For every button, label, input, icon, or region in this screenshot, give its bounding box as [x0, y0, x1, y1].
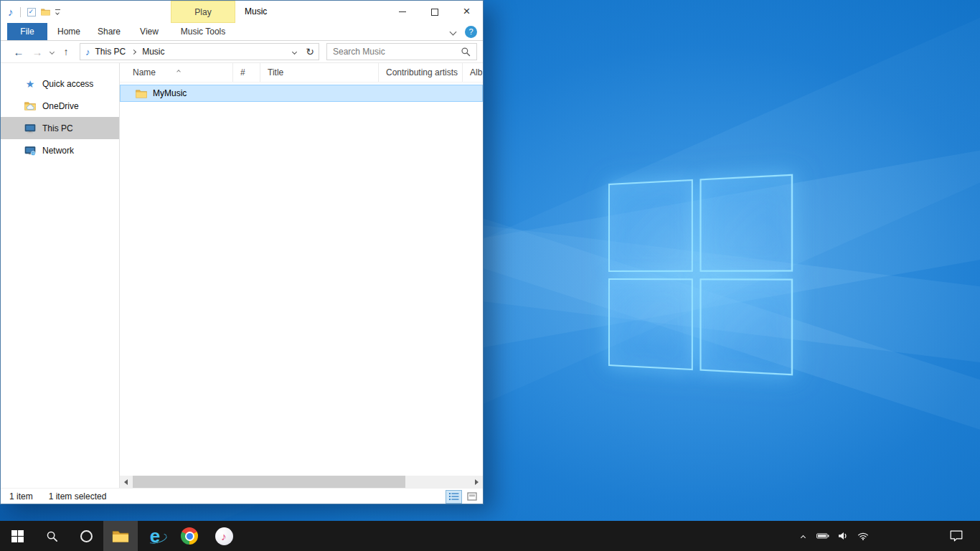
titlebar[interactable]: Play Music	[1, 1, 483, 23]
music-note-icon	[8, 6, 14, 18]
chrome-icon[interactable]	[172, 521, 207, 551]
ie-e-glyph: e	[150, 527, 160, 545]
windows-logo-pane	[608, 278, 692, 371]
taskbar-search-icon[interactable]	[34, 521, 69, 551]
taskbar: e	[0, 521, 980, 551]
column-header-number[interactable]: #	[233, 63, 260, 82]
sidebar-item-onedrive[interactable]: OneDrive	[1, 95, 119, 117]
tab-music-tools[interactable]: Music Tools	[171, 23, 235, 40]
scrollbar-thumb[interactable]	[133, 476, 405, 488]
back-button[interactable]	[9, 43, 28, 60]
file-list-area: Name # Title Contributing artists Alb My…	[120, 63, 483, 488]
ribbon-tab-row: File Home Share View Music Tools ?	[1, 23, 483, 41]
navigation-pane: Quick access OneDrive This PC Network	[1, 63, 120, 488]
itunes-logo	[215, 527, 233, 545]
close-button[interactable]	[451, 1, 483, 23]
itunes-icon[interactable]	[207, 521, 241, 551]
breadcrumb-music[interactable]: Music	[140, 47, 166, 57]
column-header-title[interactable]: Title	[260, 63, 379, 82]
address-dropdown-chevron-icon[interactable]	[287, 44, 301, 60]
battery-icon[interactable]	[816, 532, 829, 540]
onedrive-icon	[24, 100, 36, 111]
show-hidden-icons-chevron-icon[interactable]	[796, 534, 809, 538]
column-header-name[interactable]: Name	[120, 63, 233, 82]
tab-home[interactable]: Home	[50, 23, 88, 40]
large-icons-view-icon[interactable]	[463, 490, 480, 504]
tab-view[interactable]: View	[131, 23, 168, 40]
help-button[interactable]: ?	[465, 26, 477, 38]
column-header-album[interactable]: Alb	[463, 63, 483, 82]
windows-logo-pane	[699, 278, 793, 376]
start-button[interactable]	[0, 521, 34, 551]
collapse-ribbon-chevron-icon[interactable]	[451, 29, 456, 34]
chrome-logo	[181, 527, 198, 545]
recent-locations-chevron-icon[interactable]	[47, 43, 57, 60]
taskbar-file-explorer-icon[interactable]	[103, 521, 138, 551]
maximize-button[interactable]	[418, 1, 451, 23]
address-toolbar: This PC Music	[1, 41, 483, 63]
minimize-button[interactable]	[386, 1, 418, 23]
file-name: MyMusic	[153, 88, 187, 98]
folder-icon	[136, 89, 147, 98]
scroll-left-icon[interactable]	[120, 476, 132, 488]
minimize-icon	[399, 11, 406, 12]
up-button[interactable]	[57, 43, 75, 60]
internet-explorer-icon[interactable]: e	[138, 521, 172, 551]
caption-buttons	[386, 1, 483, 23]
sidebar-item-quick-access[interactable]: Quick access	[1, 72, 119, 95]
qat-customize-chevron-icon[interactable]	[55, 9, 60, 14]
windows-logo-pane	[699, 174, 793, 272]
qat-properties-icon[interactable]	[27, 8, 36, 17]
windows-logo	[608, 174, 793, 376]
quick-access-toolbar	[8, 1, 60, 23]
wifi-icon[interactable]	[857, 532, 870, 540]
network-icon	[24, 145, 36, 156]
forward-button[interactable]	[28, 43, 47, 60]
breadcrumb-chevron-icon[interactable]	[132, 46, 136, 56]
view-toggle-buttons	[446, 489, 480, 504]
address-music-note-icon	[85, 47, 90, 57]
action-center-icon[interactable]	[942, 521, 971, 551]
search-icon[interactable]	[461, 47, 471, 57]
sidebar-item-label: Network	[42, 146, 74, 156]
divider	[20, 7, 21, 17]
explorer-window: Play Music File Home Share View Music To…	[0, 0, 484, 504]
sidebar-item-network[interactable]: Network	[1, 139, 119, 161]
windows-logo-pane	[608, 179, 692, 272]
sort-ascending-icon	[177, 65, 180, 75]
details-view-icon[interactable]	[446, 490, 462, 504]
main-content: Quick access OneDrive This PC Network	[1, 63, 483, 488]
sidebar-item-this-pc[interactable]: This PC	[1, 117, 119, 139]
horizontal-scrollbar[interactable]	[120, 476, 483, 488]
window-title: Music	[245, 1, 267, 23]
close-icon	[463, 7, 471, 17]
scroll-right-icon[interactable]	[471, 476, 483, 488]
maximize-icon	[431, 9, 438, 16]
column-header-contributing-artists[interactable]: Contributing artists	[379, 63, 463, 82]
cortana-icon[interactable]	[69, 521, 103, 551]
qat-new-folder-icon[interactable]	[41, 8, 50, 16]
scrollbar-track[interactable]	[132, 476, 471, 488]
search-box	[326, 43, 477, 60]
star-icon	[24, 78, 36, 89]
item-count: 1 item	[9, 491, 33, 501]
status-bar: 1 item 1 item selected	[1, 488, 483, 504]
sidebar-item-label: OneDrive	[42, 101, 79, 111]
breadcrumb-this-pc[interactable]: This PC	[93, 47, 128, 57]
cortana-ring	[80, 530, 93, 542]
selection-count: 1 item selected	[49, 491, 107, 501]
system-tray	[796, 521, 870, 551]
contextual-tab-header[interactable]: Play	[171, 1, 235, 23]
monitor-icon	[24, 123, 36, 133]
refresh-icon[interactable]	[301, 44, 319, 60]
sidebar-item-label: Quick access	[42, 79, 93, 89]
sidebar-item-label: This PC	[42, 123, 73, 133]
volume-icon[interactable]	[837, 532, 849, 540]
tab-file[interactable]: File	[7, 23, 47, 40]
tab-share[interactable]: Share	[90, 23, 128, 40]
address-bar[interactable]: This PC Music	[80, 43, 319, 60]
column-headers: Name # Title Contributing artists Alb	[120, 63, 483, 83]
ribbon-right-controls: ?	[451, 23, 477, 40]
file-row-mymusic[interactable]: MyMusic	[120, 85, 483, 102]
search-input[interactable]	[327, 44, 459, 60]
